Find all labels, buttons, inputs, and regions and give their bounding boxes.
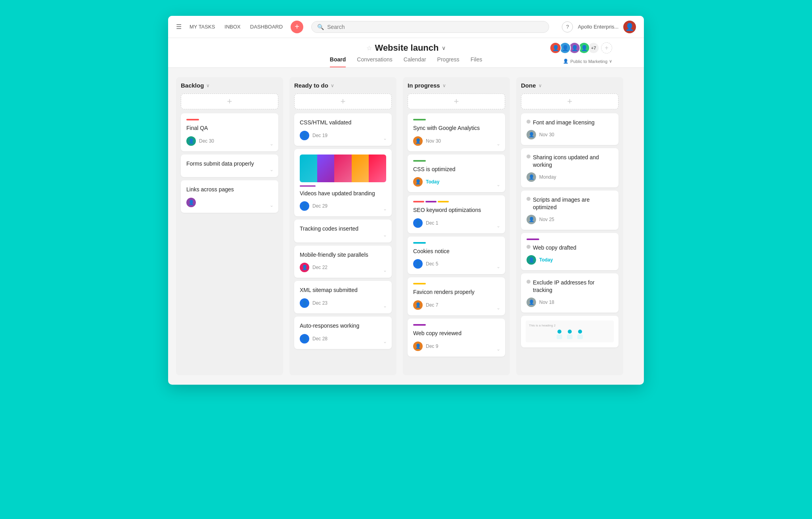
inbox-link[interactable]: INBOX [224, 24, 240, 30]
visibility-label[interactable]: 👤 Public to Marketing ∨ [563, 59, 612, 64]
card-css-optimized: CSS is optimized 👤 Today ⌄ [408, 155, 505, 193]
done-status-dot [527, 245, 530, 249]
card-footer: 👤 Nov 25 [527, 215, 613, 224]
card-css-html: CSS/HTML validated 👤 Dec 19 ⌄ [294, 113, 392, 146]
user-name: Apollo Enterpris... [578, 24, 619, 30]
card-date: Nov 25 [539, 217, 554, 222]
priority-bar [413, 160, 426, 162]
card-date-today: Today [426, 179, 439, 185]
dashboard-link[interactable]: DASHBOARD [250, 24, 283, 30]
card-expand-icon[interactable]: ⌄ [383, 339, 387, 344]
priority-bar [186, 119, 199, 120]
add-member-button[interactable]: + [601, 42, 612, 53]
card-expand-icon[interactable]: ⌄ [496, 182, 500, 187]
card-date: Dec 5 [426, 261, 438, 267]
card-expand-icon[interactable]: ⌄ [270, 167, 274, 172]
card-final-qa: Final QA 👤 Dec 30 ⌄ [181, 113, 278, 151]
column-ready-to-do: Ready to do ∨ + CSS/HTML validated 👤 Dec… [289, 77, 396, 375]
progress-chevron-icon[interactable]: ∨ [442, 83, 446, 88]
project-header: ☆ Website launch ∨ 👤 👤 👤 👤 +7 + [168, 38, 644, 68]
backlog-add-card-button[interactable]: + [181, 93, 278, 109]
done-status-dot [527, 155, 530, 158]
card-cookies-notice: Cookies notice 👤 Dec 5 ⌄ [408, 237, 505, 275]
done-status-dot [527, 197, 530, 201]
card-footer: 👤 [186, 198, 273, 207]
progress-add-card-button[interactable]: + [408, 93, 505, 109]
star-icon[interactable]: ☆ [366, 44, 372, 52]
card-font-licensing: Font and image licensing 👤 Nov 30 [521, 113, 619, 145]
done-status-dot [527, 120, 530, 124]
tab-calendar[interactable]: Calendar [404, 56, 426, 67]
card-expand-icon[interactable]: ⌄ [496, 141, 500, 147]
card-expand-icon[interactable]: ⌄ [496, 305, 500, 311]
card-expand-icon[interactable]: ⌄ [383, 267, 387, 273]
card-date: Dec 23 [312, 300, 327, 306]
done-status-dot [527, 280, 530, 284]
done-chevron-icon[interactable]: ∨ [538, 83, 542, 88]
column-ready-title: Ready to do [294, 82, 328, 89]
card-title: Cookies notice [413, 248, 500, 256]
ready-add-card-button[interactable]: + [294, 93, 392, 109]
card-expand-icon[interactable]: ⌄ [383, 135, 387, 141]
tab-progress[interactable]: Progress [437, 56, 460, 67]
card-mobile-friendly: Mobile-friendly site parallels 👤 Dec 22 … [294, 246, 392, 278]
card-links-pages: Links across pages 👤 ⌄ [181, 180, 278, 213]
tab-board[interactable]: Board [330, 56, 346, 67]
card-avatar: 👤 [527, 215, 536, 224]
card-avatar: 👤 [413, 136, 423, 146]
title-chevron-icon[interactable]: ∨ [442, 45, 446, 51]
column-backlog: Backlog ∨ + Final QA 👤 Dec 30 ⌄ Forms su… [176, 77, 283, 375]
priority-bar [413, 119, 426, 120]
card-footer: 👤 Today [413, 177, 500, 187]
card-scripts-images: Scripts and images are optimized 👤 Nov 2… [521, 191, 619, 230]
user-avatar[interactable]: 👤 [623, 21, 636, 33]
figure-3 [576, 330, 584, 339]
card-expand-icon[interactable]: ⌄ [383, 206, 387, 212]
card-avatar: 👤 [186, 198, 196, 207]
search-bar[interactable]: 🔍 [311, 21, 549, 33]
done-add-card-button[interactable]: + [521, 93, 619, 109]
card-videos-branding: Videos have updated branding 👤 Dec 29 ⌄ [294, 149, 392, 217]
member-avatar-1[interactable]: 👤 [550, 42, 561, 54]
card-date: Dec 7 [426, 302, 438, 308]
card-footer: 👤 Dec 23 [300, 298, 386, 308]
card-tracking-codes: Tracking codes inserted ⌄ [294, 219, 392, 242]
card-expand-icon[interactable]: ⌄ [496, 223, 500, 229]
card-expand-icon[interactable]: ⌄ [383, 303, 387, 309]
card-footer: 👤 Dec 19 [300, 131, 386, 140]
gradient-bar [300, 185, 316, 187]
card-expand-icon[interactable]: ⌄ [496, 264, 500, 269]
tab-files[interactable]: Files [471, 56, 483, 67]
card-expand-icon[interactable]: ⌄ [270, 141, 274, 147]
visibility-chevron-icon: ∨ [609, 59, 612, 64]
ready-chevron-icon[interactable]: ∨ [331, 83, 334, 88]
add-button[interactable]: + [291, 21, 303, 33]
hamburger-icon[interactable]: ☰ [176, 23, 182, 31]
card-title: Scripts and images are optimized [533, 196, 613, 212]
column-backlog-header: Backlog ∨ [181, 82, 278, 89]
card-web-copy-drafted: Web copy drafted 👤 Today [521, 233, 619, 270]
card-footer: 👤 Monday [527, 172, 613, 182]
card-expand-icon[interactable]: ⌄ [383, 232, 387, 238]
my-tasks-link[interactable]: MY TASKS [190, 24, 215, 30]
card-footer: 👤 Dec 7 [413, 300, 500, 310]
help-button[interactable]: ? [562, 21, 573, 32]
project-title-row: ☆ Website launch ∨ 👤 👤 👤 👤 +7 + [176, 43, 636, 53]
card-xml-sitemap: XML sitemap submitted 👤 Dec 23 ⌄ [294, 281, 392, 313]
card-mini-preview: This is a heading 2 [521, 316, 619, 347]
card-footer: 👤 Dec 29 [300, 201, 386, 211]
preview-figures [529, 330, 611, 339]
card-favicon: Favicon renders properly 👤 Dec 7 ⌄ [408, 277, 505, 315]
card-footer: 👤 Dec 9 [413, 342, 500, 351]
card-expand-icon[interactable]: ⌄ [496, 346, 500, 352]
card-title-container: Scripts and images are optimized [527, 196, 613, 215]
card-forms-submit: Forms submit data properly ⌄ [181, 155, 278, 177]
card-title: Exclude IP addresses for tracking [533, 279, 613, 294]
card-avatar: 👤 [413, 259, 423, 269]
card-expand-icon[interactable]: ⌄ [270, 202, 274, 208]
card-date: Dec 30 [199, 138, 214, 144]
backlog-chevron-icon[interactable]: ∨ [206, 83, 210, 88]
tab-conversations[interactable]: Conversations [357, 56, 393, 67]
card-footer: 👤 Dec 1 [413, 218, 500, 228]
search-input[interactable] [327, 24, 543, 30]
